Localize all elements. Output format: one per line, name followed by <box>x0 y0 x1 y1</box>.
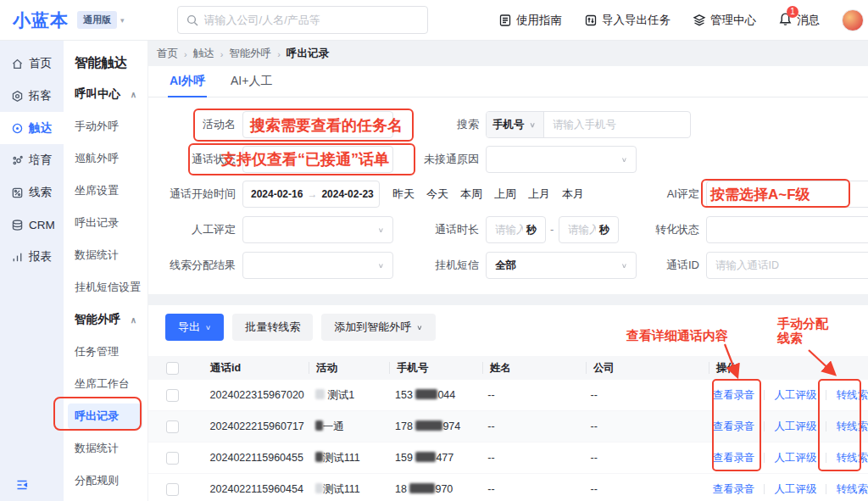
rail-item-leads[interactable]: 线索 <box>0 176 64 209</box>
redaction-mask <box>315 420 323 431</box>
header-activity: 活动 <box>316 361 397 376</box>
search-field-group: 手机号 ∨ <box>486 111 691 138</box>
nav-guide[interactable]: 使用指南 <box>498 13 562 28</box>
row-checkbox[interactable] <box>166 389 179 402</box>
sidebar-item-manual-call[interactable]: 手动外呼 <box>64 110 147 142</box>
rail-item-crm[interactable]: CRM <box>0 209 64 241</box>
sidebar-item-call-records[interactable]: 呼出记录 <box>64 400 147 432</box>
tab-ai-call[interactable]: AI外呼 <box>170 66 205 97</box>
quick-link-today[interactable]: 今天 <box>426 186 448 202</box>
global-search[interactable] <box>177 6 428 34</box>
to-lead-link[interactable]: 转线索 <box>836 420 868 434</box>
global-search-input[interactable] <box>204 14 419 26</box>
duration-min-field[interactable]: 秒 <box>486 216 546 243</box>
row-checkbox[interactable] <box>166 452 179 465</box>
edition-badge[interactable]: 通用版 <box>77 11 117 29</box>
home-icon <box>11 58 24 70</box>
activity-name-input[interactable] <box>252 119 384 131</box>
date-from: 2024-02-16 <box>251 188 303 200</box>
breadcrumb-item[interactable]: 首页 <box>157 47 178 61</box>
manual-rate-link[interactable]: 人工评级 <box>774 388 816 403</box>
call-id-field[interactable] <box>706 252 868 279</box>
sidebar-item-data-stats-cc[interactable]: 数据统计 <box>64 239 147 271</box>
to-lead-link[interactable]: 转线索 <box>836 388 868 403</box>
call-id-input[interactable] <box>715 259 868 271</box>
view-audio-link[interactable]: 查看录音 <box>712 482 754 497</box>
select-all-checkbox[interactable] <box>166 362 179 375</box>
search-type-select[interactable]: 手机号 ∨ <box>487 112 544 137</box>
call-duration-label: 通话时长 <box>373 216 479 243</box>
sidebar-item-hangup-sms-settings[interactable]: 挂机短信设置 <box>64 271 147 303</box>
row-checkbox[interactable] <box>166 483 179 496</box>
manual-rating-label: 人工评定 <box>153 216 236 243</box>
cell-phone: 153 044 <box>395 389 487 401</box>
records-panel: 导出 ∨ 批量转线索 添加到智能外呼 ∨ 通话id 活动 手机号 姓名 公司 操… <box>148 305 868 501</box>
duration-min-input[interactable] <box>495 224 523 236</box>
sidebar-collapse-button[interactable] <box>15 478 29 494</box>
ai-rating-select[interactable]: ∨ <box>706 181 868 208</box>
nav-import-export-label: 导入导出任务 <box>602 13 670 28</box>
section-ai-call[interactable]: 智能外呼 ∧ <box>64 303 147 336</box>
divider <box>764 453 765 463</box>
tab-ai-plus-human[interactable]: AI+人工 <box>231 66 272 97</box>
call-start-time-label: 通话开始时间 <box>153 181 236 208</box>
section-call-center[interactable]: 呼叫中心 ∧ <box>64 78 147 110</box>
add-to-ai-call-button[interactable]: 添加到智能外呼 ∨ <box>321 314 435 341</box>
quick-link-this-week[interactable]: 本周 <box>460 186 482 202</box>
view-audio-link[interactable]: 查看录音 <box>712 420 754 434</box>
export-button[interactable]: 导出 ∨ <box>165 314 224 341</box>
rail-item-reports[interactable]: 报表 <box>0 241 64 273</box>
nav-admin-center[interactable]: 管理中心 <box>693 13 756 28</box>
no-answer-reason-select[interactable]: ∨ <box>486 146 637 173</box>
reach-target-icon <box>11 122 24 135</box>
view-audio-link[interactable]: 查看录音 <box>712 388 754 403</box>
redaction-mask <box>415 452 436 462</box>
conversion-status-select[interactable]: ∨ <box>706 216 868 243</box>
quick-link-yesterday[interactable]: 昨天 <box>392 186 415 202</box>
sidebar-item-task-management[interactable]: 任务管理 <box>64 336 147 368</box>
chevron-down-icon: ∨ <box>416 324 422 331</box>
nav-import-export[interactable]: 导入导出任务 <box>584 13 670 28</box>
table-header-row: 通话id 活动 手机号 姓名 公司 操作 <box>148 356 868 380</box>
quick-link-this-month[interactable]: 本月 <box>562 186 584 202</box>
date-range-picker[interactable]: 2024-02-16 → 2024-02-23 <box>242 181 380 208</box>
breadcrumb-item[interactable]: 触达 <box>193 47 214 61</box>
manual-rate-link[interactable]: 人工评级 <box>774 451 816 465</box>
to-lead-link[interactable]: 转线索 <box>836 482 868 497</box>
redaction-mask <box>315 389 325 399</box>
leads-icon <box>11 186 24 199</box>
rail-item-prospect[interactable]: 拓客 <box>0 80 64 112</box>
lead-assign-result-select[interactable]: ∨ <box>242 252 393 279</box>
manual-rating-select[interactable]: ∨ <box>242 216 393 243</box>
rail-item-reach[interactable]: 触达 <box>0 112 64 144</box>
rail-item-label: 首页 <box>29 56 52 71</box>
nav-messages[interactable]: 1 消息 <box>778 12 820 29</box>
breadcrumb-current: 呼出记录 <box>287 47 329 61</box>
activity-name-field[interactable] <box>242 111 393 138</box>
sidebar-item-seat-workbench[interactable]: 坐席工作台 <box>64 368 147 400</box>
batch-to-lead-button[interactable]: 批量转线索 <box>232 314 313 341</box>
row-checkbox[interactable] <box>166 420 179 433</box>
view-audio-link[interactable]: 查看录音 <box>712 451 754 465</box>
manual-rate-link[interactable]: 人工评级 <box>774 420 816 434</box>
breadcrumb-item[interactable]: 智能外呼 <box>229 47 271 61</box>
rail-item-home[interactable]: 首页 <box>0 47 64 80</box>
rail-item-nurture[interactable]: 培育 <box>0 144 64 176</box>
call-status-select[interactable] <box>242 146 393 173</box>
quick-link-last-month[interactable]: 上月 <box>528 186 550 202</box>
user-menu[interactable]: 王玉 <box>842 9 868 31</box>
crm-icon <box>11 219 24 231</box>
breadcrumb-separator: › <box>184 49 187 59</box>
sidebar-item-seat-settings[interactable]: 坐席设置 <box>64 175 147 207</box>
sidebar-item-call-records-cc[interactable]: 呼出记录 <box>64 207 147 239</box>
to-lead-link[interactable]: 转线索 <box>836 451 868 465</box>
duration-max-input[interactable] <box>568 224 596 236</box>
sidebar-item-data-stats[interactable]: 数据统计 <box>64 432 147 465</box>
arrow-right-icon: → <box>307 188 317 200</box>
manual-rate-link[interactable]: 人工评级 <box>774 482 816 497</box>
phone-search-input[interactable] <box>544 119 690 131</box>
sidebar-item-assign-rules[interactable]: 分配规则 <box>64 465 147 497</box>
redaction-mask <box>315 452 323 462</box>
sidebar-item-cruise-call[interactable]: 巡航外呼 <box>64 142 147 175</box>
quick-link-last-week[interactable]: 上周 <box>494 186 516 202</box>
